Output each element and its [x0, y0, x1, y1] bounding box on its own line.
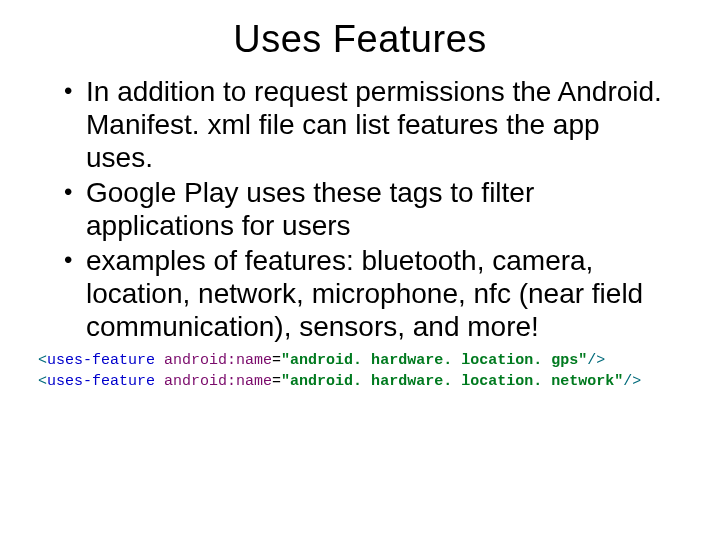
code-token: uses-feature — [47, 352, 155, 369]
code-token: uses-feature — [47, 373, 155, 390]
code-token: = — [272, 373, 281, 390]
code-token: < — [38, 373, 47, 390]
bullet-item: examples of features: bluetooth, camera,… — [64, 244, 670, 343]
bullet-list: In addition to request permissions the A… — [40, 75, 680, 343]
bullet-item: Google Play uses these tags to filter ap… — [64, 176, 670, 242]
code-snippet: <uses-feature android:name="android. har… — [38, 351, 680, 392]
code-token: "android. hardware. location. network" — [281, 373, 623, 390]
code-token — [155, 352, 164, 369]
slide-title: Uses Features — [40, 18, 680, 61]
code-token: = — [272, 352, 281, 369]
code-token: android:name — [164, 373, 272, 390]
code-token: /> — [623, 373, 641, 390]
code-token: android:name — [164, 352, 272, 369]
code-token — [155, 373, 164, 390]
bullet-item: In addition to request permissions the A… — [64, 75, 670, 174]
code-token: "android. hardware. location. gps" — [281, 352, 587, 369]
code-token: /> — [587, 352, 605, 369]
slide: Uses Features In addition to request per… — [0, 0, 720, 540]
code-token: < — [38, 352, 47, 369]
